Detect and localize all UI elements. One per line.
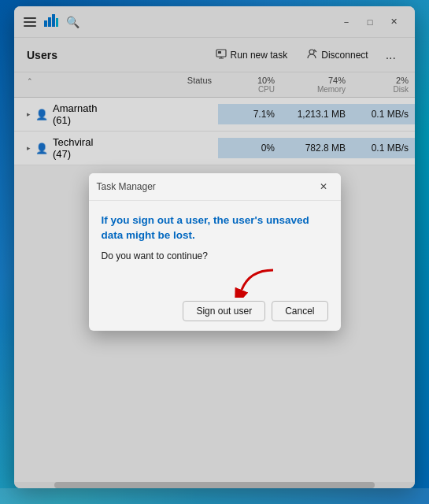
cancel-button[interactable]: Cancel xyxy=(272,301,327,321)
dialog: Task Manager ✕ If you sign out a user, t… xyxy=(89,173,341,332)
dialog-close-button[interactable]: ✕ xyxy=(314,178,333,195)
sign-out-button[interactable]: Sign out user xyxy=(183,301,265,321)
dialog-title: Task Manager xyxy=(97,181,156,192)
dialog-body: If you sign out a user, the user's unsav… xyxy=(89,201,341,332)
modal-overlay: Task Manager ✕ If you sign out a user, t… xyxy=(0,0,429,504)
dialog-buttons: Sign out user Cancel xyxy=(102,298,328,321)
dialog-titlebar: Task Manager ✕ xyxy=(89,173,341,201)
arrow-area xyxy=(102,274,328,298)
red-arrow xyxy=(234,266,281,298)
dialog-warning-text: If you sign out a user, the user's unsav… xyxy=(102,213,328,243)
dialog-question-text: Do you want to continue? xyxy=(102,250,328,261)
